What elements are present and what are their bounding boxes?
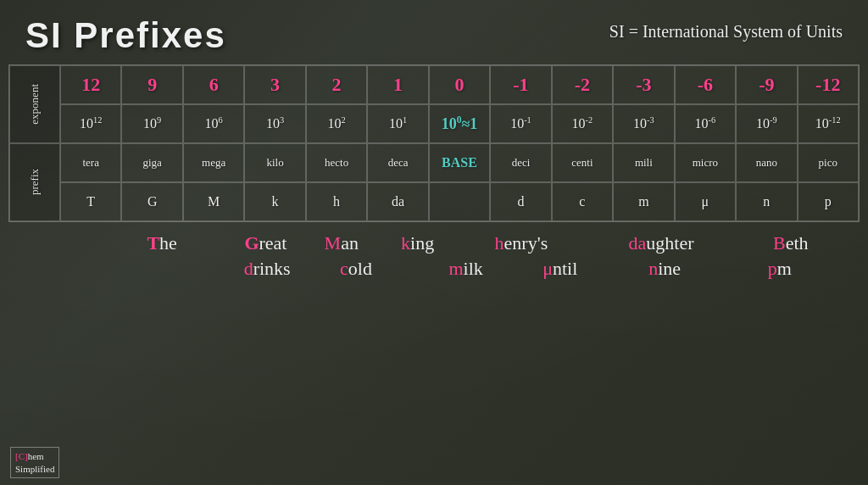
title-section: SI Prefixes SI = International System of…	[0, 0, 868, 64]
sym-base	[429, 182, 490, 221]
exp-n2: -2	[552, 65, 613, 104]
prefix-label-cell: prefix	[9, 143, 60, 221]
subtitle: SI = International System of Units	[609, 15, 843, 42]
pfx-nano: nano	[736, 143, 797, 182]
mnemonic-section: The Great Man king henry's daughter Beth	[0, 222, 868, 284]
logo-area: [C]hemSimplified	[10, 447, 59, 478]
sym-T: T	[60, 182, 121, 221]
mnemonic-beth: Beth	[739, 232, 843, 254]
exponent-label-cell: exponent	[9, 65, 60, 143]
sym-p: p	[798, 182, 859, 221]
pow-9: 109	[121, 104, 182, 143]
mnemonic-row-2: drinks cold milk μntil nine pm	[8, 258, 860, 280]
pow-12: 1012	[60, 104, 121, 143]
exp-12: 12	[60, 65, 121, 104]
sym-mu: μ	[675, 182, 736, 221]
pow-6: 106	[183, 104, 244, 143]
exp-0: 0	[429, 65, 490, 104]
exp-n9: -9	[736, 65, 797, 104]
mnemonic-nine: nine	[612, 258, 716, 280]
sym-n: n	[736, 182, 797, 221]
exp-n12: -12	[798, 65, 859, 104]
mnemonic-the: The	[110, 232, 214, 254]
mnemonic-pm: pm	[717, 258, 843, 280]
pfx-hecto: hecto	[306, 143, 367, 182]
table-grid: exponent 12 9 6 3 2 1 0 -1 -2 -3 -6 -9 -…	[9, 65, 859, 221]
pow-n6: 10-6	[675, 104, 736, 143]
pfx-pico: pico	[798, 143, 859, 182]
mnemonic-cold: cold	[320, 258, 392, 280]
pow-n12: 10-12	[798, 104, 859, 143]
sym-G: G	[121, 182, 182, 221]
mnemonic-drinks: drinks	[214, 258, 319, 280]
exp-6: 6	[183, 65, 244, 104]
exp-n1: -1	[490, 65, 551, 104]
prefix-label: prefix	[28, 169, 42, 195]
logo-text: [C]hemSimplified	[15, 450, 54, 475]
si-table: exponent 12 9 6 3 2 1 0 -1 -2 -3 -6 -9 -…	[8, 64, 860, 222]
pow-n2: 10-2	[552, 104, 613, 143]
main-title: SI Prefixes	[25, 15, 226, 56]
pfx-centi: centi	[552, 143, 613, 182]
pfx-tera: tera	[60, 143, 121, 182]
mnemonic-great: Great	[214, 232, 317, 254]
mnemonic-row-1: The Great Man king henry's daughter Beth	[8, 232, 860, 254]
pow-0: 100≈1	[429, 104, 490, 143]
pfx-deca: deca	[367, 143, 428, 182]
pfx-kilo: kilo	[244, 143, 305, 182]
pfx-micro: micro	[675, 143, 736, 182]
exp-2: 2	[306, 65, 367, 104]
chalkboard: SI Prefixes SI = International System of…	[0, 0, 868, 485]
mnemonic-daughter: daughter	[583, 232, 738, 254]
mnemonic-until: μntil	[508, 258, 612, 280]
exp-n6: -6	[675, 65, 736, 104]
exp-3: 3	[244, 65, 305, 104]
pfx-deci: deci	[490, 143, 551, 182]
exp-9: 9	[121, 65, 182, 104]
mnemonic-king: king	[376, 232, 459, 254]
sym-d: d	[490, 182, 551, 221]
sym-M: M	[183, 182, 244, 221]
pfx-mega: mega	[183, 143, 244, 182]
sym-h: h	[306, 182, 367, 221]
pow-2: 102	[306, 104, 367, 143]
pfx-base: BASE	[429, 143, 490, 182]
sym-k: k	[244, 182, 305, 221]
pfx-giga: giga	[121, 143, 182, 182]
sym-da: da	[367, 182, 428, 221]
sym-c: c	[552, 182, 613, 221]
mnemonic-henrys: henry's	[459, 232, 584, 254]
sym-m: m	[613, 182, 674, 221]
exponent-label: exponent	[28, 84, 42, 125]
exp-1: 1	[367, 65, 428, 104]
pow-n1: 10-1	[490, 104, 551, 143]
pow-3: 103	[244, 104, 305, 143]
pow-n3: 10-3	[613, 104, 674, 143]
pow-n9: 10-9	[736, 104, 797, 143]
mnemonic-man: Man	[318, 232, 376, 254]
mnemonic-milk: milk	[424, 258, 508, 280]
pow-1: 101	[367, 104, 428, 143]
exp-n3: -3	[613, 65, 674, 104]
pfx-mili: mili	[613, 143, 674, 182]
